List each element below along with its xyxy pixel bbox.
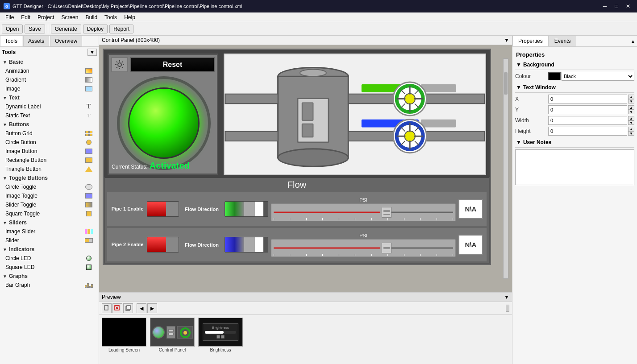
user-notes-section-header[interactable]: ▼ User Notes [515, 137, 634, 148]
tool-image-slider[interactable]: Image Slider [2, 227, 97, 236]
section-indicators[interactable]: ▼ Indicators [2, 245, 97, 254]
pipe1-psi-slider[interactable] [271, 203, 456, 221]
tool-dynamic-label[interactable]: Dynamic Label T [2, 102, 97, 111]
pipe2-flow-direction[interactable] [225, 237, 268, 252]
tool-triangle-button[interactable]: Triangle Button [2, 165, 97, 174]
height-input[interactable] [548, 127, 627, 136]
settings-icon-button[interactable] [111, 57, 128, 72]
tool-square-toggle[interactable]: Square Toggle [2, 209, 97, 218]
tab-properties[interactable]: Properties [512, 36, 549, 46]
canvas-area[interactable]: Reset Current Status: Activated [99, 45, 512, 292]
section-text[interactable]: ▼ Text [2, 93, 97, 102]
text-window-section-header[interactable]: ▼ Text Window [515, 83, 634, 93]
tab-events[interactable]: Events [549, 36, 577, 46]
close-button[interactable]: ✕ [623, 2, 633, 11]
preview-toolbar: ◀ ▶ [99, 302, 512, 315]
tools-header: Tools ▼ [2, 49, 97, 56]
minimize-button[interactable]: ─ [600, 2, 610, 11]
tool-image[interactable]: Image [2, 84, 97, 93]
tools-dropdown[interactable]: ▼ [87, 49, 97, 56]
menu-help[interactable]: Help [121, 13, 139, 21]
tool-slider-toggle[interactable]: Slider Toggle [2, 200, 97, 209]
preview-brightness-label: Brightness [210, 347, 231, 352]
tool-circle-led[interactable]: Circle LED [2, 254, 97, 263]
tool-square-led[interactable]: Square LED [2, 263, 97, 272]
menu-project[interactable]: Project [34, 13, 58, 21]
preview-loading-screen[interactable]: Loading Screen [102, 318, 146, 352]
tool-circle-button[interactable]: Circle Button [2, 138, 97, 147]
maximize-button[interactable]: □ [611, 2, 622, 11]
tool-square-toggle-label: Square Toggle [5, 211, 40, 217]
y-spin-up[interactable]: ▲ [628, 105, 634, 110]
tools-list: Tools ▼ ▼ Basic Animation Gradient Image [0, 47, 99, 364]
background-section-header[interactable]: ▼ Background [515, 60, 634, 70]
height-spin-up[interactable]: ▲ [628, 127, 634, 131]
tab-tools[interactable]: Tools [0, 36, 22, 46]
pipe1-psi-area: PSI [271, 197, 456, 221]
section-basic[interactable]: ▼ Basic [2, 58, 97, 66]
tool-static-text[interactable]: Static Text T [2, 111, 97, 120]
pipe2-row: Pipe 2 Enable Flow Direction [107, 228, 487, 261]
preview-forward-btn[interactable]: ▶ [147, 303, 157, 313]
section-graphs[interactable]: ▼ Graphs [2, 272, 97, 281]
open-button[interactable]: Open [2, 25, 23, 33]
tool-rectangle-button[interactable]: Rectangle Button [2, 156, 97, 165]
user-notes-label: User Notes [523, 139, 551, 145]
tab-assets[interactable]: Assets [23, 36, 49, 46]
preview-new-btn[interactable] [102, 303, 112, 313]
tool-image-label: Image [5, 86, 20, 92]
tool-bar-graph[interactable]: Bar Graph [2, 281, 97, 290]
properties-dropdown-icon: ▲ [631, 39, 635, 44]
design-canvas[interactable]: Reset Current Status: Activated [103, 49, 491, 265]
menu-tools[interactable]: Tools [101, 13, 121, 21]
graphs-label: Graphs [9, 273, 28, 279]
tool-button-grid[interactable]: Button Grid [2, 129, 97, 138]
deploy-button[interactable]: Deploy [83, 25, 108, 33]
width-spin-down[interactable]: ▼ [628, 120, 634, 125]
menu-build[interactable]: Build [82, 13, 101, 21]
circle-toggle-icon [84, 183, 93, 190]
preview-back-btn[interactable]: ◀ [137, 303, 146, 313]
tab-overview[interactable]: Overview [50, 36, 82, 46]
y-spin-down[interactable]: ▼ [628, 110, 634, 114]
user-notes-textarea[interactable] [515, 149, 634, 185]
reset-button[interactable]: Reset [130, 57, 215, 72]
menu-file[interactable]: File [2, 13, 17, 21]
indicators-arrow: ▼ [3, 247, 7, 252]
preview-delete-btn[interactable] [112, 303, 122, 313]
preview-panel: Preview ▼ ◀ ▶ [99, 292, 512, 364]
x-input[interactable] [548, 95, 627, 103]
tool-circle-toggle[interactable]: Circle Toggle [2, 182, 97, 191]
menu-screen[interactable]: Screen [58, 13, 82, 21]
preview-copy-btn[interactable] [123, 303, 133, 313]
pipe2-enable-toggle[interactable] [147, 237, 179, 252]
width-spin-up[interactable]: ▲ [628, 116, 634, 120]
graphs-arrow: ▼ [3, 274, 7, 279]
report-button[interactable]: Report [109, 25, 133, 33]
pipe1-enable-toggle[interactable] [147, 201, 179, 217]
pipe1-flow-direction[interactable] [225, 201, 268, 217]
section-sliders[interactable]: ▼ Sliders [2, 218, 97, 227]
section-toggle-buttons[interactable]: ▼ Toggle Buttons [2, 174, 97, 182]
x-spin-down[interactable]: ▼ [628, 99, 634, 103]
preview-brightness[interactable]: Brightness Brightness [198, 318, 243, 352]
preview-control-panel[interactable]: Control Panel [150, 318, 195, 352]
section-buttons[interactable]: ▼ Buttons [2, 120, 97, 129]
tool-image-button[interactable]: Image Button [2, 147, 97, 156]
image-toggle-icon [84, 192, 93, 199]
tool-gradient[interactable]: Gradient [2, 75, 97, 84]
width-input[interactable] [548, 116, 627, 125]
save-button[interactable]: Save [25, 25, 45, 33]
colour-dropdown[interactable]: Black White Red Green Blue [562, 72, 634, 81]
menu-edit[interactable]: Edit [17, 13, 34, 21]
y-input[interactable] [548, 105, 627, 114]
x-spin-up[interactable]: ▲ [628, 95, 634, 99]
static-text-icon: T [84, 112, 93, 119]
tool-animation[interactable]: Animation [2, 66, 97, 75]
canvas-scrollbar[interactable] [503, 58, 508, 279]
height-spin-down[interactable]: ▼ [628, 131, 634, 136]
tool-image-toggle[interactable]: Image Toggle [2, 191, 97, 200]
generate-button[interactable]: Generate [51, 25, 81, 33]
tool-slider[interactable]: Slider [2, 236, 97, 245]
pipe2-psi-slider[interactable] [271, 239, 456, 257]
